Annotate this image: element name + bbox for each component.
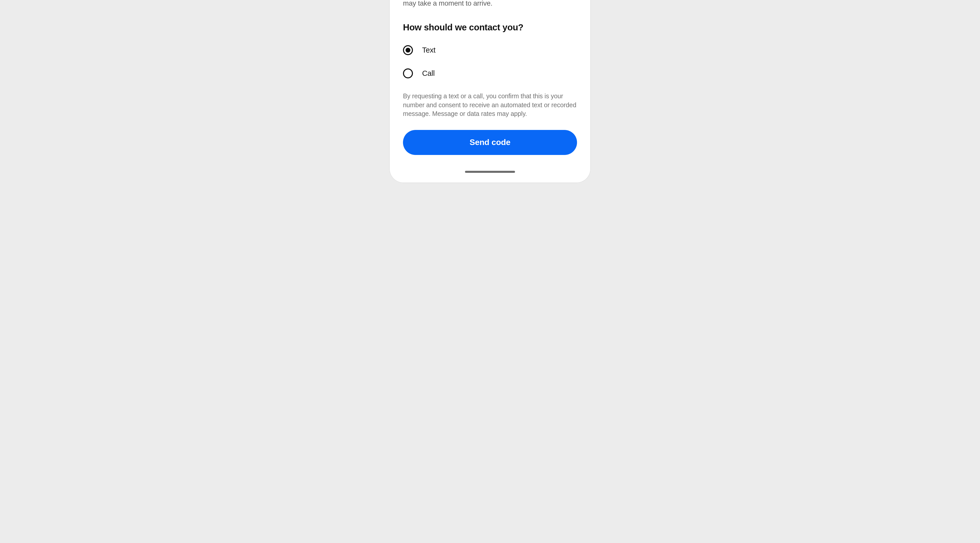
home-indicator[interactable] — [465, 171, 515, 173]
contact-method-heading: How should we contact you? — [403, 22, 577, 32]
radio-option-call-label: Call — [422, 69, 434, 78]
send-code-button[interactable]: Send code — [403, 130, 577, 155]
send-code-button-label: Send code — [469, 138, 511, 147]
intro-text-fragment: may take a moment to arrive. — [403, 0, 577, 8]
radio-option-text-label: Text — [422, 46, 435, 54]
radio-option-text[interactable]: Text — [403, 45, 577, 55]
radio-unselected-icon — [403, 68, 413, 78]
consent-disclaimer: By requesting a text or a call, you conf… — [403, 92, 577, 118]
contact-method-radio-group: Text Call — [403, 45, 577, 78]
radio-option-call[interactable]: Call — [403, 68, 577, 78]
phone-frame: may take a moment to arrive. How should … — [386, 0, 594, 186]
radio-selected-icon — [403, 45, 413, 55]
